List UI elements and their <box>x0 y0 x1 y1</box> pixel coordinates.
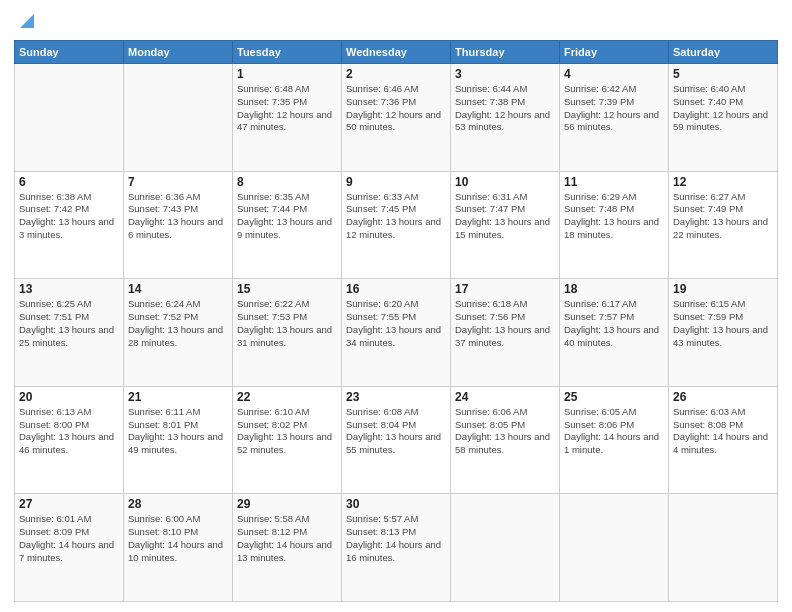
week-row-3: 13Sunrise: 6:25 AM Sunset: 7:51 PM Dayli… <box>15 279 778 387</box>
day-detail: Sunrise: 6:13 AM Sunset: 8:00 PM Dayligh… <box>19 406 119 457</box>
col-header-thursday: Thursday <box>451 41 560 64</box>
page: SundayMondayTuesdayWednesdayThursdayFrid… <box>0 0 792 612</box>
col-header-tuesday: Tuesday <box>233 41 342 64</box>
calendar-table: SundayMondayTuesdayWednesdayThursdayFrid… <box>14 40 778 602</box>
day-cell: 7Sunrise: 6:36 AM Sunset: 7:43 PM Daylig… <box>124 171 233 279</box>
calendar-body: 1Sunrise: 6:48 AM Sunset: 7:35 PM Daylig… <box>15 64 778 602</box>
day-cell <box>124 64 233 172</box>
day-cell: 5Sunrise: 6:40 AM Sunset: 7:40 PM Daylig… <box>669 64 778 172</box>
day-cell: 17Sunrise: 6:18 AM Sunset: 7:56 PM Dayli… <box>451 279 560 387</box>
day-cell: 10Sunrise: 6:31 AM Sunset: 7:47 PM Dayli… <box>451 171 560 279</box>
day-detail: Sunrise: 6:27 AM Sunset: 7:49 PM Dayligh… <box>673 191 773 242</box>
day-detail: Sunrise: 6:11 AM Sunset: 8:01 PM Dayligh… <box>128 406 228 457</box>
day-cell: 14Sunrise: 6:24 AM Sunset: 7:52 PM Dayli… <box>124 279 233 387</box>
day-detail: Sunrise: 6:00 AM Sunset: 8:10 PM Dayligh… <box>128 513 228 564</box>
day-cell: 2Sunrise: 6:46 AM Sunset: 7:36 PM Daylig… <box>342 64 451 172</box>
day-number: 28 <box>128 497 228 511</box>
day-cell: 24Sunrise: 6:06 AM Sunset: 8:05 PM Dayli… <box>451 386 560 494</box>
week-row-2: 6Sunrise: 6:38 AM Sunset: 7:42 PM Daylig… <box>15 171 778 279</box>
day-detail: Sunrise: 6:20 AM Sunset: 7:55 PM Dayligh… <box>346 298 446 349</box>
day-number: 25 <box>564 390 664 404</box>
day-detail: Sunrise: 6:31 AM Sunset: 7:47 PM Dayligh… <box>455 191 555 242</box>
day-number: 26 <box>673 390 773 404</box>
day-cell: 3Sunrise: 6:44 AM Sunset: 7:38 PM Daylig… <box>451 64 560 172</box>
col-header-friday: Friday <box>560 41 669 64</box>
day-number: 2 <box>346 67 446 81</box>
header-row: SundayMondayTuesdayWednesdayThursdayFrid… <box>15 41 778 64</box>
day-number: 7 <box>128 175 228 189</box>
day-detail: Sunrise: 6:46 AM Sunset: 7:36 PM Dayligh… <box>346 83 446 134</box>
day-number: 4 <box>564 67 664 81</box>
day-number: 24 <box>455 390 555 404</box>
day-detail: Sunrise: 6:08 AM Sunset: 8:04 PM Dayligh… <box>346 406 446 457</box>
day-cell: 6Sunrise: 6:38 AM Sunset: 7:42 PM Daylig… <box>15 171 124 279</box>
day-cell: 1Sunrise: 6:48 AM Sunset: 7:35 PM Daylig… <box>233 64 342 172</box>
day-cell <box>669 494 778 602</box>
day-detail: Sunrise: 6:18 AM Sunset: 7:56 PM Dayligh… <box>455 298 555 349</box>
day-cell: 18Sunrise: 6:17 AM Sunset: 7:57 PM Dayli… <box>560 279 669 387</box>
day-number: 3 <box>455 67 555 81</box>
day-detail: Sunrise: 6:35 AM Sunset: 7:44 PM Dayligh… <box>237 191 337 242</box>
day-detail: Sunrise: 6:05 AM Sunset: 8:06 PM Dayligh… <box>564 406 664 457</box>
week-row-1: 1Sunrise: 6:48 AM Sunset: 7:35 PM Daylig… <box>15 64 778 172</box>
day-number: 23 <box>346 390 446 404</box>
day-number: 13 <box>19 282 119 296</box>
day-cell: 16Sunrise: 6:20 AM Sunset: 7:55 PM Dayli… <box>342 279 451 387</box>
col-header-monday: Monday <box>124 41 233 64</box>
col-header-wednesday: Wednesday <box>342 41 451 64</box>
day-detail: Sunrise: 6:33 AM Sunset: 7:45 PM Dayligh… <box>346 191 446 242</box>
day-number: 5 <box>673 67 773 81</box>
day-number: 29 <box>237 497 337 511</box>
day-detail: Sunrise: 6:03 AM Sunset: 8:08 PM Dayligh… <box>673 406 773 457</box>
header <box>14 10 778 32</box>
day-cell: 9Sunrise: 6:33 AM Sunset: 7:45 PM Daylig… <box>342 171 451 279</box>
day-cell: 27Sunrise: 6:01 AM Sunset: 8:09 PM Dayli… <box>15 494 124 602</box>
day-detail: Sunrise: 6:38 AM Sunset: 7:42 PM Dayligh… <box>19 191 119 242</box>
day-cell: 13Sunrise: 6:25 AM Sunset: 7:51 PM Dayli… <box>15 279 124 387</box>
day-detail: Sunrise: 6:15 AM Sunset: 7:59 PM Dayligh… <box>673 298 773 349</box>
day-number: 18 <box>564 282 664 296</box>
day-detail: Sunrise: 6:42 AM Sunset: 7:39 PM Dayligh… <box>564 83 664 134</box>
day-detail: Sunrise: 6:01 AM Sunset: 8:09 PM Dayligh… <box>19 513 119 564</box>
col-header-saturday: Saturday <box>669 41 778 64</box>
day-cell: 12Sunrise: 6:27 AM Sunset: 7:49 PM Dayli… <box>669 171 778 279</box>
day-cell <box>451 494 560 602</box>
logo-icon <box>16 10 38 32</box>
day-detail: Sunrise: 6:36 AM Sunset: 7:43 PM Dayligh… <box>128 191 228 242</box>
day-detail: Sunrise: 6:24 AM Sunset: 7:52 PM Dayligh… <box>128 298 228 349</box>
day-number: 20 <box>19 390 119 404</box>
day-detail: Sunrise: 6:48 AM Sunset: 7:35 PM Dayligh… <box>237 83 337 134</box>
day-number: 9 <box>346 175 446 189</box>
day-number: 27 <box>19 497 119 511</box>
day-number: 12 <box>673 175 773 189</box>
day-number: 8 <box>237 175 337 189</box>
day-number: 30 <box>346 497 446 511</box>
day-cell: 20Sunrise: 6:13 AM Sunset: 8:00 PM Dayli… <box>15 386 124 494</box>
day-detail: Sunrise: 6:44 AM Sunset: 7:38 PM Dayligh… <box>455 83 555 134</box>
day-cell: 19Sunrise: 6:15 AM Sunset: 7:59 PM Dayli… <box>669 279 778 387</box>
calendar-header: SundayMondayTuesdayWednesdayThursdayFrid… <box>15 41 778 64</box>
day-detail: Sunrise: 5:57 AM Sunset: 8:13 PM Dayligh… <box>346 513 446 564</box>
day-detail: Sunrise: 6:40 AM Sunset: 7:40 PM Dayligh… <box>673 83 773 134</box>
svg-marker-0 <box>20 14 34 28</box>
day-number: 1 <box>237 67 337 81</box>
day-number: 14 <box>128 282 228 296</box>
day-number: 22 <box>237 390 337 404</box>
day-cell: 15Sunrise: 6:22 AM Sunset: 7:53 PM Dayli… <box>233 279 342 387</box>
day-number: 17 <box>455 282 555 296</box>
day-number: 11 <box>564 175 664 189</box>
day-cell: 30Sunrise: 5:57 AM Sunset: 8:13 PM Dayli… <box>342 494 451 602</box>
day-detail: Sunrise: 6:17 AM Sunset: 7:57 PM Dayligh… <box>564 298 664 349</box>
week-row-5: 27Sunrise: 6:01 AM Sunset: 8:09 PM Dayli… <box>15 494 778 602</box>
day-cell: 26Sunrise: 6:03 AM Sunset: 8:08 PM Dayli… <box>669 386 778 494</box>
day-number: 15 <box>237 282 337 296</box>
day-detail: Sunrise: 6:22 AM Sunset: 7:53 PM Dayligh… <box>237 298 337 349</box>
day-detail: Sunrise: 6:10 AM Sunset: 8:02 PM Dayligh… <box>237 406 337 457</box>
day-detail: Sunrise: 6:25 AM Sunset: 7:51 PM Dayligh… <box>19 298 119 349</box>
day-cell: 28Sunrise: 6:00 AM Sunset: 8:10 PM Dayli… <box>124 494 233 602</box>
day-detail: Sunrise: 6:06 AM Sunset: 8:05 PM Dayligh… <box>455 406 555 457</box>
day-number: 16 <box>346 282 446 296</box>
day-cell: 8Sunrise: 6:35 AM Sunset: 7:44 PM Daylig… <box>233 171 342 279</box>
day-cell: 4Sunrise: 6:42 AM Sunset: 7:39 PM Daylig… <box>560 64 669 172</box>
day-number: 10 <box>455 175 555 189</box>
